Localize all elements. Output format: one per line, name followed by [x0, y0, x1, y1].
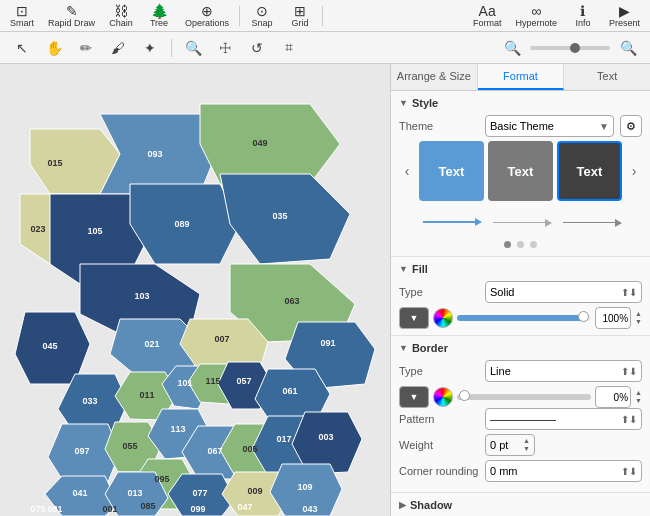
toolbar-info[interactable]: ℹ Info	[565, 2, 601, 30]
toolbar-rapid-draw-label: Rapid Draw	[48, 18, 95, 28]
style-prev-btn[interactable]: ‹	[399, 141, 415, 201]
map-svg: 015 093 049 023 105 089 035 103 063 045 …	[0, 64, 390, 516]
hypernote-icon: ∞	[531, 4, 541, 18]
tab-arrange-size[interactable]: Arrange & Size	[391, 64, 478, 90]
style-section-header[interactable]: ▼ Style	[399, 97, 642, 109]
toolbar-operations[interactable]: ⊕ Operations	[179, 2, 235, 30]
svg-text:095: 095	[154, 474, 169, 484]
svg-text:089: 089	[174, 219, 189, 229]
tool-toolbar: ↖ ✋ ✏ 🖌 ✦ 🔍 ☩ ↺ ⌗ 🔍 🔍	[0, 32, 650, 64]
pencil-tool[interactable]: ✏	[72, 36, 100, 60]
fill-dropdown-arrow: ▼	[410, 313, 419, 323]
border-color-wheel[interactable]	[433, 387, 453, 407]
rapid-draw-icon: ✎	[66, 4, 78, 18]
fill-triangle-icon: ▼	[399, 264, 408, 274]
toolbar-smart[interactable]: ⊡ Smart	[4, 2, 40, 30]
hand-tool[interactable]: ✋	[40, 36, 68, 60]
corner-rounding-value: 0 mm	[490, 465, 518, 477]
toolbar-format[interactable]: Aa Format	[467, 2, 508, 30]
style-next-btn[interactable]: ›	[626, 141, 642, 201]
svg-text:101: 101	[177, 378, 192, 388]
svg-text:007: 007	[214, 334, 229, 344]
border-dropdown-arrow: ▼	[410, 392, 419, 402]
svg-text:023: 023	[30, 224, 45, 234]
style-card-2-label: Text	[508, 164, 534, 179]
snap-icon: ⊙	[256, 4, 268, 18]
svg-text:047: 047	[237, 502, 252, 512]
border-opacity-stepper[interactable]: ▲▼	[635, 389, 642, 406]
info-icon: ℹ	[580, 4, 585, 18]
border-pattern-select[interactable]: —————— ⬆⬇	[485, 408, 642, 430]
toolbar-present[interactable]: ▶ Present	[603, 2, 646, 30]
style-section-label: Style	[412, 97, 438, 109]
border-weight-input[interactable]: 0 pt ▲▼	[485, 434, 535, 456]
crop-tool[interactable]: ⌗	[275, 36, 303, 60]
toolbar-hypernote[interactable]: ∞ Hypernote	[509, 2, 563, 30]
style-section: ▼ Style Theme Basic Theme ▼ ⚙ ‹ Text	[391, 91, 650, 257]
operations-icon: ⊕	[201, 4, 213, 18]
style-card-3[interactable]: Text	[557, 141, 622, 201]
border-type-select[interactable]: Line ⬆⬇	[485, 360, 642, 382]
toolbar-chain-label: Chain	[109, 18, 133, 28]
toolbar-tree[interactable]: 🌲 Tree	[141, 2, 177, 30]
fill-opacity-slider[interactable]	[457, 315, 591, 321]
svg-text:013: 013	[127, 488, 142, 498]
shadow-section-header[interactable]: ▶ Shadow	[399, 499, 642, 511]
style-card-1-label: Text	[439, 164, 465, 179]
svg-text:033: 033	[82, 396, 97, 406]
brush-tool[interactable]: 🖌	[104, 36, 132, 60]
toolbar-snap-label: Snap	[252, 18, 273, 28]
fill-section-header[interactable]: ▼ Fill	[399, 263, 642, 275]
zoom-in-btn[interactable]: 🔍	[614, 36, 642, 60]
zoom-out-btn[interactable]: 🔍	[498, 36, 526, 60]
border-color-dropdown[interactable]: ▼	[399, 386, 429, 408]
zoom-slider[interactable]	[530, 46, 610, 50]
svg-text:043: 043	[302, 504, 317, 514]
arrow-preview-2	[485, 207, 555, 237]
pan-tool[interactable]: ☩	[211, 36, 239, 60]
border-pattern-label: Pattern	[399, 413, 479, 425]
fill-color-dropdown[interactable]: ▼	[399, 307, 429, 329]
border-opacity-value[interactable]: 0%	[595, 386, 631, 408]
theme-select[interactable]: Basic Theme ▼	[485, 115, 614, 137]
shadow-section: ▶ Shadow	[391, 493, 650, 516]
svg-text:093: 093	[147, 149, 162, 159]
border-section: ▼ Border Type Line ⬆⬇ ▼ 0%	[391, 336, 650, 493]
toolbar-rapid-draw[interactable]: ✎ Rapid Draw	[42, 2, 101, 30]
svg-text:041: 041	[72, 488, 87, 498]
corner-rounding-select[interactable]: 0 mm ⬆⬇	[485, 460, 642, 482]
fill-type-arrow: ⬆⬇	[621, 287, 637, 298]
canvas-area[interactable]: 015 093 049 023 105 089 035 103 063 045 …	[0, 64, 390, 516]
fill-opacity-thumb	[578, 311, 589, 322]
svg-text:113: 113	[170, 424, 185, 434]
pointer-tool[interactable]: ↖	[8, 36, 36, 60]
theme-gear-btn[interactable]: ⚙	[620, 115, 642, 137]
svg-text:045: 045	[42, 341, 57, 351]
weight-stepper[interactable]: ▲▼	[523, 437, 530, 454]
style-card-1[interactable]: Text	[419, 141, 484, 201]
tab-format[interactable]: Format	[478, 64, 565, 90]
toolbar-chain[interactable]: ⛓ Chain	[103, 2, 139, 30]
region-049[interactable]	[200, 104, 340, 184]
fill-type-select[interactable]: Solid ⬆⬇	[485, 281, 642, 303]
magic-tool[interactable]: ✦	[136, 36, 164, 60]
border-opacity-thumb	[459, 390, 470, 401]
present-icon: ▶	[619, 4, 630, 18]
fill-color-wheel[interactable]	[433, 308, 453, 328]
svg-text:005: 005	[242, 444, 257, 454]
fill-opacity-stepper[interactable]: ▲▼	[635, 310, 642, 327]
rotate-tool[interactable]: ↺	[243, 36, 271, 60]
border-weight-label: Weight	[399, 439, 479, 451]
border-type-label: Type	[399, 365, 479, 377]
magnify-tool[interactable]: 🔍	[179, 36, 207, 60]
toolbar-hypernote-label: Hypernote	[515, 18, 557, 28]
border-opacity-slider[interactable]	[457, 394, 591, 400]
style-card-2[interactable]: Text	[488, 141, 553, 201]
format-icon: Aa	[479, 4, 496, 18]
fill-opacity-value[interactable]: 100%	[595, 307, 631, 329]
toolbar-grid[interactable]: ⊞ Grid	[282, 2, 318, 30]
toolbar-format-label: Format	[473, 18, 502, 28]
toolbar-snap[interactable]: ⊙ Snap	[244, 2, 280, 30]
border-section-header[interactable]: ▼ Border	[399, 342, 642, 354]
tab-text[interactable]: Text	[564, 64, 650, 90]
